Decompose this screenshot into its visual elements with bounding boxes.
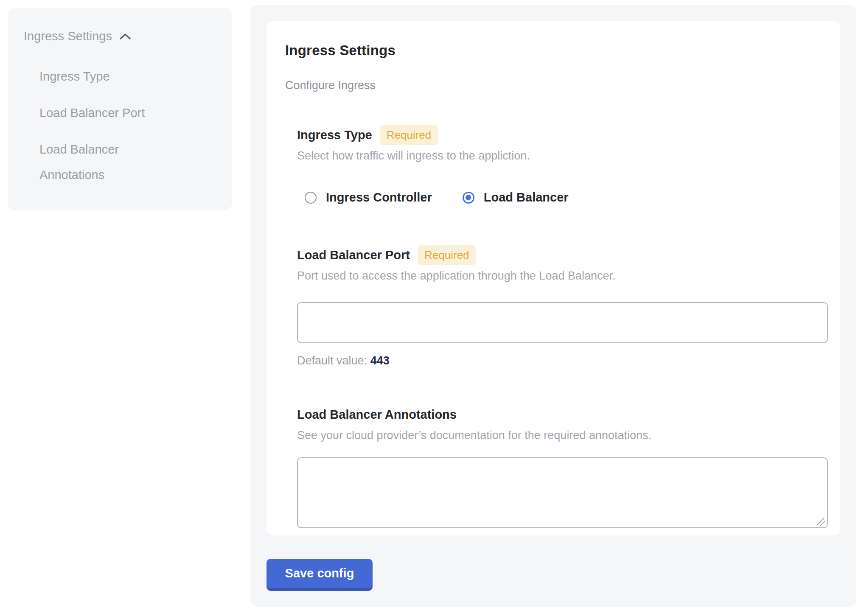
radio-circle-icon[interactable] <box>305 192 317 204</box>
section-load-balancer-annotations: Load Balancer Annotations See your cloud… <box>297 405 828 528</box>
main-panel: Ingress Settings Configure Ingress Ingre… <box>250 5 856 607</box>
section-title-row: Ingress Type Required <box>297 125 828 145</box>
section-title-load-balancer-port: Load Balancer Port <box>297 248 410 262</box>
section-title-row: Load Balancer Annotations <box>297 405 828 425</box>
ingress-settings-card: Ingress Settings Configure Ingress Ingre… <box>266 21 840 535</box>
load-balancer-annotations-textarea[interactable] <box>297 457 828 528</box>
page-title: Ingress Settings <box>285 42 828 59</box>
section-ingress-type: Ingress Type Required Select how traffic… <box>297 125 828 204</box>
radio-label: Load Balancer <box>484 190 569 204</box>
form-sections: Ingress Type Required Select how traffic… <box>297 125 828 528</box>
section-description-load-balancer-port: Port used to access the application thro… <box>297 269 828 283</box>
default-value-number: 443 <box>370 354 390 367</box>
radio-circle-icon[interactable] <box>463 192 474 204</box>
sidebar-item-load-balancer-annotations[interactable]: Load Balancer Annotations <box>39 137 182 188</box>
required-badge: Required <box>380 125 438 145</box>
required-badge: Required <box>418 245 476 265</box>
radio-ingress-controller[interactable]: Ingress Controller <box>305 190 432 204</box>
radio-label: Ingress Controller <box>326 190 432 204</box>
section-title-load-balancer-annotations: Load Balancer Annotations <box>297 408 457 422</box>
default-value-line: Default value: 443 <box>297 354 828 367</box>
annotations-textarea-wrap <box>297 457 828 528</box>
save-config-button[interactable]: Save config <box>266 559 373 591</box>
section-description-ingress-type: Select how traffic will ingress to the a… <box>297 149 828 162</box>
sidebar-header-ingress-settings[interactable]: Ingress Settings <box>24 29 232 43</box>
ingress-type-radio-group: Ingress Controller Load Balancer <box>305 190 828 204</box>
section-title-row: Load Balancer Port Required <box>297 245 828 265</box>
radio-load-balancer[interactable]: Load Balancer <box>463 190 569 204</box>
default-value-label: Default value: <box>297 354 367 367</box>
load-balancer-port-input[interactable] <box>297 302 828 343</box>
resize-handle-icon[interactable] <box>817 518 825 526</box>
chevron-up-icon <box>119 32 132 41</box>
sidebar: Ingress Settings Ingress Type Load Balan… <box>8 8 232 210</box>
sidebar-item-load-balancer-port[interactable]: Load Balancer Port <box>39 100 182 126</box>
section-description-load-balancer-annotations: See your cloud provider’s documentation … <box>297 429 828 442</box>
sidebar-header-label: Ingress Settings <box>24 29 112 43</box>
sidebar-nav: Ingress Type Load Balancer Port Load Bal… <box>39 64 232 188</box>
section-load-balancer-port: Load Balancer Port Required Port used to… <box>297 245 828 367</box>
sidebar-item-ingress-type[interactable]: Ingress Type <box>39 64 182 89</box>
page-subtitle: Configure Ingress <box>285 79 828 92</box>
section-title-ingress-type: Ingress Type <box>297 128 372 142</box>
